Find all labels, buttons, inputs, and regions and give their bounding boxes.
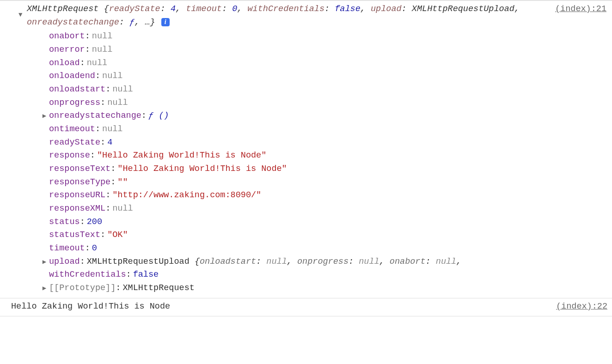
property-value: 0 [92, 242, 97, 255]
property-row: readyState: 4 [27, 136, 607, 150]
property-row: responseXML: null [27, 202, 607, 216]
info-icon[interactable]: i [161, 18, 170, 26]
property-row[interactable]: [[Prototype]]: XMLHttpRequest [27, 282, 607, 295]
property-value: null [92, 30, 112, 43]
property-key: [[Prototype]] [49, 282, 116, 295]
property-key: timeout [49, 242, 85, 255]
property-key: onreadystatechange [49, 109, 141, 123]
property-key: onprogress [49, 97, 100, 110]
expand-arrow-icon[interactable] [41, 113, 48, 119]
property-value: null [92, 43, 112, 57]
object-summary[interactable]: XMLHttpRequest {readyState: 4, timeout: … [27, 3, 607, 29]
property-key: responseText [49, 163, 110, 176]
property-value: null [112, 83, 133, 97]
property-row: status: 200 [27, 216, 607, 229]
property-value: 200 [87, 216, 102, 229]
property-value: null [102, 70, 122, 83]
property-value: XMLHttpRequest [122, 282, 194, 295]
property-value: XMLHttpRequestUpload {onloadstart: null,… [87, 255, 462, 269]
property-row: timeout: 0 [27, 242, 607, 255]
property-row: onabort: null [27, 30, 607, 43]
property-value: null [107, 97, 128, 110]
property-value: "Hello Zaking World!This is Node" [117, 163, 287, 176]
object-properties: onabort: nullonerror: nullonload: nullon… [27, 30, 607, 295]
property-row: ontimeout: null [27, 123, 607, 136]
console-row-text: Hello Zaking World!This is Node (index):… [0, 298, 612, 317]
class-name: XMLHttpRequest [27, 4, 98, 14]
property-row: onerror: null [27, 43, 607, 57]
property-row[interactable]: onreadystatechange: ƒ () [27, 109, 607, 123]
property-row: onloadstart: null [27, 83, 607, 97]
property-key: status [49, 216, 80, 229]
expand-arrow-icon[interactable] [41, 259, 48, 265]
property-key: onerror [49, 43, 85, 57]
property-row: responseType: "" [27, 176, 607, 189]
property-key: statusText [49, 229, 100, 242]
console-row-object: (index):21 ▼ XMLHttpRequest {readyState:… [0, 0, 612, 298]
property-key: responseURL [49, 189, 105, 202]
console-panel: (index):21 ▼ XMLHttpRequest {readyState:… [0, 0, 612, 316]
property-value: false [133, 268, 159, 282]
property-key: onabort [49, 30, 85, 43]
property-key: response [49, 149, 90, 163]
property-row: statusText: "OK" [27, 229, 607, 242]
expand-arrow-icon[interactable] [41, 285, 48, 291]
property-key: ontimeout [49, 123, 95, 136]
property-value: null [102, 123, 122, 136]
property-row: onprogress: null [27, 97, 607, 110]
property-row: onload: null [27, 57, 607, 70]
property-value: 4 [107, 136, 112, 150]
property-key: responseXML [49, 202, 105, 216]
property-key: onload [49, 57, 80, 70]
property-value: "" [117, 176, 128, 189]
property-value: ƒ () [148, 109, 169, 123]
property-key: onloadstart [49, 83, 105, 97]
property-value: "Hello Zaking World!This is Node" [97, 149, 266, 163]
property-key: upload [49, 255, 80, 269]
property-row: onloadend: null [27, 70, 607, 83]
source-link[interactable]: (index):22 [551, 300, 607, 314]
property-row: responseText: "Hello Zaking World!This i… [27, 163, 607, 176]
property-row: responseURL: "http://www.zaking.com:8090… [27, 189, 607, 202]
property-row: withCredentials: false [27, 268, 607, 282]
expand-arrow-icon[interactable]: ▼ [18, 10, 22, 20]
log-text: Hello Zaking World!This is Node [11, 302, 170, 311]
property-key: withCredentials [49, 268, 126, 282]
property-key: readyState [49, 136, 100, 150]
property-row[interactable]: upload: XMLHttpRequestUpload {onloadstar… [27, 255, 607, 269]
property-value: "OK" [107, 229, 128, 242]
property-key: responseType [49, 176, 110, 189]
property-key: onloadend [49, 70, 95, 83]
property-value: "http://www.zaking.com:8090/" [112, 189, 261, 202]
property-row: response: "Hello Zaking World!This is No… [27, 149, 607, 163]
property-value: null [87, 57, 107, 70]
property-value: null [112, 202, 133, 216]
